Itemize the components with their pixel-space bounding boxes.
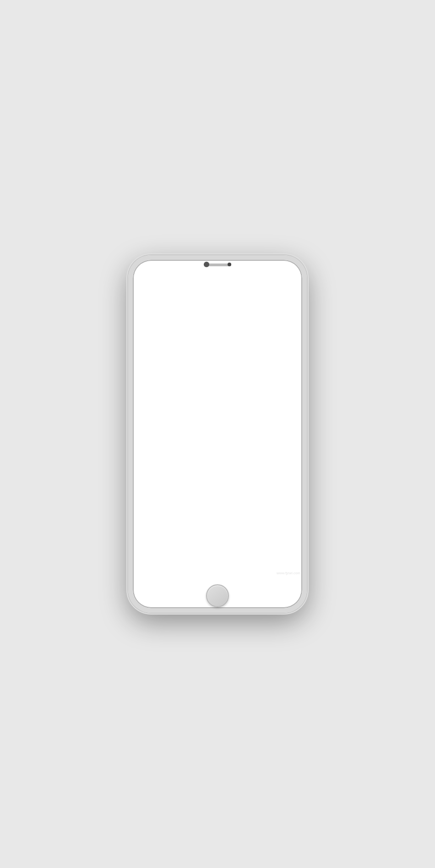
section-extras: Extras xyxy=(218,319,259,324)
theme-labels: 无 爆炸 大片 黑白色 怀旧 蓝色 xyxy=(133,539,302,546)
pages-icon xyxy=(140,409,171,440)
timeline-thumb[interactable] xyxy=(171,303,178,309)
theme-retro[interactable] xyxy=(270,509,302,537)
svg-rect-51 xyxy=(188,426,192,433)
section-labels: Clock Calendar Extras F xyxy=(133,316,302,325)
svg-point-37 xyxy=(199,373,201,375)
photos-icon xyxy=(181,327,212,358)
header-title: iMovie 剪辑 xyxy=(198,281,237,291)
theme-blockbuster-label: 大片 xyxy=(202,539,234,546)
app-notes[interactable]: Notes xyxy=(178,368,216,406)
svg-rect-31 xyxy=(190,378,205,379)
svg-rect-30 xyxy=(187,374,206,393)
itunes-icon xyxy=(264,368,295,399)
weather-label: Weather xyxy=(271,360,288,365)
svg-point-25 xyxy=(147,383,150,385)
svg-point-35 xyxy=(192,373,194,375)
svg-point-16 xyxy=(239,343,245,348)
time-end: 5.3 秒 xyxy=(282,302,297,310)
camera-label: Camera xyxy=(147,360,164,365)
svg-point-3 xyxy=(152,342,158,348)
scissors-button[interactable] xyxy=(144,555,164,575)
app-camera[interactable]: Camera xyxy=(136,327,175,365)
notes-icon xyxy=(181,368,212,399)
app-files[interactable]: Files xyxy=(260,409,299,447)
imovie-app: 取消 iMovie 剪辑 完成 ▶ 0.0 秒 5.3 秒 Clock Cale… xyxy=(133,276,302,576)
phone-body: 取消 iMovie 剪辑 完成 ▶ 0.0 秒 5.3 秒 Clock Cale… xyxy=(128,255,307,613)
theme-bw[interactable] xyxy=(236,509,268,537)
app-weather[interactable]: Weather xyxy=(260,327,299,365)
pages-label: Pages xyxy=(149,442,162,447)
play-button[interactable]: ▶ xyxy=(138,302,144,311)
files-label: Files xyxy=(274,442,284,447)
section-clock: Clock xyxy=(135,319,176,324)
numbers-label: Numbers xyxy=(188,442,207,447)
reminders-icon xyxy=(140,368,171,399)
phone-front-camera xyxy=(228,263,231,266)
done-button[interactable]: 完成 xyxy=(281,282,295,291)
video-preview-area xyxy=(133,450,302,478)
svg-rect-54 xyxy=(188,416,196,421)
app-music[interactable]: Music xyxy=(219,327,257,365)
cancel-button[interactable]: 取消 xyxy=(140,282,154,291)
svg-point-36 xyxy=(196,373,198,375)
svg-rect-67 xyxy=(194,560,198,562)
text-button[interactable]: T xyxy=(228,555,249,575)
svg-point-63 xyxy=(150,566,153,569)
imovie-header: 取消 iMovie 剪辑 完成 xyxy=(133,276,302,296)
files-icon xyxy=(264,409,295,440)
svg-point-70 xyxy=(277,566,280,569)
notes-label: Notes xyxy=(191,401,203,406)
svg-rect-47 xyxy=(150,418,161,418)
theme-bw-label: 黑白色 xyxy=(236,539,268,546)
photos-label: Photos xyxy=(190,360,204,365)
phone-camera xyxy=(204,262,209,267)
itunes-label: iTunes Store xyxy=(266,401,292,406)
svg-rect-26 xyxy=(152,383,163,385)
svg-rect-48 xyxy=(150,420,161,421)
app-pages[interactable]: Pages xyxy=(136,409,175,447)
theme-retro-label: 怀旧 xyxy=(270,539,302,546)
svg-rect-59 xyxy=(236,429,240,431)
sound-badge xyxy=(140,327,154,339)
theme-none[interactable] xyxy=(135,509,167,537)
theme-strip: 无 爆炸 大片 黑白色 怀旧 蓝色 xyxy=(133,506,302,552)
keynote-icon xyxy=(223,409,254,440)
music-icon xyxy=(223,327,254,358)
theme-explosion[interactable] xyxy=(169,509,201,537)
svg-rect-60 xyxy=(234,431,242,432)
app-reminders[interactable]: Reminders xyxy=(136,368,175,406)
app-photos[interactable]: Photos xyxy=(178,327,216,365)
home-button[interactable] xyxy=(206,584,229,607)
appstore-icon xyxy=(223,368,254,399)
section-f: F xyxy=(259,319,301,324)
svg-rect-4 xyxy=(151,339,156,341)
app-grid-area: Clock Calendar Extras F xyxy=(133,316,302,506)
svg-point-13 xyxy=(194,340,200,346)
filter-button[interactable] xyxy=(186,555,207,575)
svg-rect-14 xyxy=(226,330,250,355)
app-numbers[interactable]: Numbers xyxy=(178,409,216,447)
theme-blockbuster[interactable] xyxy=(202,509,234,537)
theme-thumbnails xyxy=(133,506,302,539)
timeline-track[interactable] xyxy=(166,305,278,307)
appstore-label: App Store xyxy=(228,401,248,406)
svg-text:T: T xyxy=(237,562,241,568)
watermark: www.fjzwl.com xyxy=(277,571,300,575)
svg-rect-32 xyxy=(190,381,205,382)
svg-point-71 xyxy=(283,565,286,568)
svg-rect-34 xyxy=(190,387,200,388)
svg-point-27 xyxy=(147,387,150,390)
svg-point-66 xyxy=(195,564,197,566)
svg-point-62 xyxy=(150,560,153,563)
weather-icon xyxy=(264,327,295,358)
section-calendar: Calendar xyxy=(176,319,218,324)
numbers-icon xyxy=(181,409,212,440)
app-itunes[interactable]: iTunes Store xyxy=(260,368,299,406)
time-current: 0.0 秒 xyxy=(147,302,162,310)
theme-explosion-label: 爆炸 xyxy=(169,539,201,546)
keynote-label: Keynote xyxy=(230,442,247,447)
app-appstore[interactable]: App Store xyxy=(219,368,257,406)
app-keynote[interactable]: Keynote xyxy=(219,409,257,447)
music-label: Music xyxy=(232,360,244,365)
